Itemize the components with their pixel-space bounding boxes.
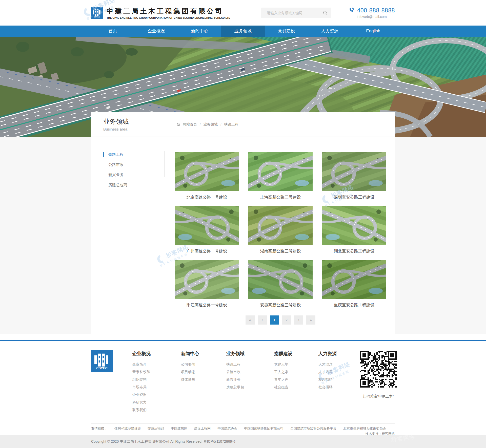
footer-link[interactable]: 社会招聘 xyxy=(318,383,337,391)
project-title[interactable]: 湖南高新公路三号建设 xyxy=(248,248,313,254)
phone-number: 400-888-8888 xyxy=(357,7,395,14)
project-thumbnail-image xyxy=(322,152,386,191)
friend-link[interactable]: 建设工程网 xyxy=(194,426,211,430)
project-grid: 北京高速公路一号建设 xyxy=(175,152,386,314)
sidebar-item[interactable]: 新兴业务 xyxy=(103,170,165,180)
phone-icon xyxy=(349,7,355,13)
footer-link[interactable]: 媒体聚焦 xyxy=(181,376,199,383)
pagination-button[interactable]: « xyxy=(246,315,255,325)
pagination-button[interactable]: 1 xyxy=(270,315,279,325)
footer-link[interactable]: 校园招聘 xyxy=(318,376,337,383)
footer-link[interactable]: 公司要闻 xyxy=(181,360,199,368)
project-title[interactable]: 深圳宝安公路工程建设 xyxy=(322,195,386,200)
company-logo: CSCEC 中建二局土木工程集团有限公司 THE CIVIL ENGINEERI… xyxy=(91,7,230,19)
footer-column: 业务领域 铁路工程公路市政新兴业务房建总承包 xyxy=(226,351,245,391)
nav-item[interactable]: 党群建设 xyxy=(265,26,308,37)
home-icon[interactable] xyxy=(176,122,180,126)
breadcrumb-item[interactable]: 业务领域 xyxy=(197,122,218,127)
footer-link[interactable]: 联系我们 xyxy=(132,406,151,414)
footer-link[interactable]: 董事长致辞 xyxy=(132,368,151,376)
footer-link[interactable]: 科研实力 xyxy=(132,398,151,406)
project-thumbnail-image xyxy=(175,260,239,299)
company-name: 中建二局土木工程集团有限公司 xyxy=(107,7,230,16)
footer-column-title[interactable]: 业务领域 xyxy=(226,351,245,356)
breadcrumb: 网站首页业务领域铁路工程 xyxy=(176,122,238,127)
pagination-button[interactable]: 2 xyxy=(282,315,291,325)
contact-block: 400-888-8888 infoweb@mail.com xyxy=(349,7,395,19)
footer-link[interactable]: 组织架构 xyxy=(132,376,151,383)
friend-link[interactable]: 全国建筑市场监管公共服务平台 xyxy=(290,426,336,430)
project-thumbnail-image xyxy=(248,152,313,191)
friend-link[interactable]: 中国建筑网 xyxy=(171,426,187,430)
footer-link[interactable]: 人才培养 xyxy=(318,368,337,376)
copyright-bar: Copyright © 2020 中建二局土木工程集团有限公司 All Righ… xyxy=(0,435,486,448)
footer-link[interactable]: 社会担当 xyxy=(274,383,292,391)
svg-text:CSCEC: CSCEC xyxy=(94,16,100,17)
project-title[interactable]: 阳江高速公路一号建设 xyxy=(175,302,239,308)
project-card[interactable]: 深圳宝安公路工程建设 xyxy=(322,152,386,206)
tech-support: 技术支持：析客网络 xyxy=(91,432,395,436)
footer-column-title[interactable]: 党群建设 xyxy=(274,351,292,356)
project-title[interactable]: 重庆宝安公路工程建设 xyxy=(322,302,386,308)
friend-link[interactable]: 住房和城乡建设部 xyxy=(114,426,141,430)
breadcrumb-item[interactable]: 网站首页 xyxy=(183,122,197,127)
page: 析客网络数字化定制服务商 析客网络数字化定制服务商 析客网络数字化定制服务商 析… xyxy=(0,0,486,448)
footer-link[interactable]: 铁路工程 xyxy=(226,360,245,368)
pagination-button[interactable]: ‹ xyxy=(258,315,267,325)
footer-link[interactable]: 工人之家 xyxy=(274,368,292,376)
search-icon[interactable] xyxy=(323,10,328,15)
footer-link[interactable]: 市场布局 xyxy=(132,383,151,391)
nav-item[interactable]: 企业概况 xyxy=(134,26,178,37)
friend-link[interactable]: 北京市住房和城乡建设委员会 xyxy=(343,426,386,430)
breadcrumb-item: 铁路工程 xyxy=(218,122,238,127)
project-list-area: 北京高速公路一号建设 xyxy=(175,137,386,334)
project-card[interactable]: 湖南高新公路三号建设 xyxy=(248,206,313,260)
sidebar-item[interactable]: 铁路工程 xyxy=(103,150,165,160)
project-card[interactable]: 重庆宝安公路工程建设 xyxy=(322,260,386,314)
project-title[interactable]: 广州高速公路一号建设 xyxy=(175,248,239,254)
project-card[interactable]: 北京高速公路一号建设 xyxy=(175,152,239,206)
site-header: CSCEC 中建二局土木工程集团有限公司 THE CIVIL ENGINEERI… xyxy=(0,0,486,26)
project-card[interactable]: 湖北宝安公路工程建设 xyxy=(322,206,386,260)
sidebar-item[interactable]: 公路市政 xyxy=(103,160,165,170)
project-title[interactable]: 上海高新公路三号建设 xyxy=(248,195,313,200)
pagination-button[interactable]: › xyxy=(294,315,303,325)
project-title[interactable]: 北京高速公路一号建设 xyxy=(175,195,239,200)
footer-column-title[interactable]: 新闻中心 xyxy=(181,351,199,356)
project-card[interactable]: 广州高速公路一号建设 xyxy=(175,206,239,260)
project-card[interactable]: 上海高新公路三号建设 xyxy=(248,152,313,206)
footer-link[interactable]: 公路市政 xyxy=(226,368,245,376)
footer-link[interactable]: 企业资质 xyxy=(132,391,151,398)
friend-link[interactable]: 交通运输部 xyxy=(148,426,164,430)
page-subtitle: Business area xyxy=(103,127,129,131)
friend-link[interactable]: 中国国家铁路集团有限公司 xyxy=(244,426,284,430)
nav-item[interactable]: 新闻中心 xyxy=(178,26,221,37)
nav-item[interactable]: 首页 xyxy=(91,26,134,37)
footer-link[interactable]: 企业简介 xyxy=(132,360,151,368)
project-title[interactable]: 湖北宝安公路工程建设 xyxy=(322,248,386,254)
project-card[interactable]: 阳江高速公路一号建设 xyxy=(175,260,239,314)
sidebar: 铁路工程公路市政新兴业务房建总包商 xyxy=(91,137,165,334)
friend-link[interactable]: 中国建筑协会 xyxy=(217,426,237,430)
nav-item[interactable]: 业务领域 xyxy=(221,26,265,37)
sidebar-item[interactable]: 房建总包商 xyxy=(103,180,165,190)
nav-item[interactable]: English xyxy=(352,26,395,37)
footer-link[interactable]: 人才理念 xyxy=(318,360,337,368)
footer-link[interactable]: 房建总承包 xyxy=(226,383,245,391)
company-name-en: THE CIVIL ENGINEERING GROUP CORPORATION … xyxy=(107,16,230,19)
project-thumbnail-image xyxy=(248,206,313,245)
project-title[interactable]: 安微高新公路三号建设 xyxy=(248,302,313,308)
pagination-button[interactable]: » xyxy=(306,315,315,325)
footer-column-title[interactable]: 人力资源 xyxy=(318,351,337,356)
footer-link[interactable]: 项目动态 xyxy=(181,368,199,376)
project-card[interactable]: 安微高新公路三号建设 xyxy=(248,260,313,314)
nav-item[interactable]: 人力资源 xyxy=(308,26,351,37)
footer-link[interactable]: 党建天地 xyxy=(274,360,292,368)
footer-link[interactable]: 新兴业务 xyxy=(226,376,245,383)
footer-link[interactable]: 青年之声 xyxy=(274,376,292,383)
footer-column-title[interactable]: 企业概况 xyxy=(132,351,151,356)
search-box xyxy=(261,8,331,18)
search-input[interactable] xyxy=(261,8,331,18)
pagination: «‹12›» xyxy=(175,315,386,325)
main-section: 业务领域 Business area 网站首页业务领域铁路工程 铁路工程公路市政… xyxy=(0,112,486,334)
